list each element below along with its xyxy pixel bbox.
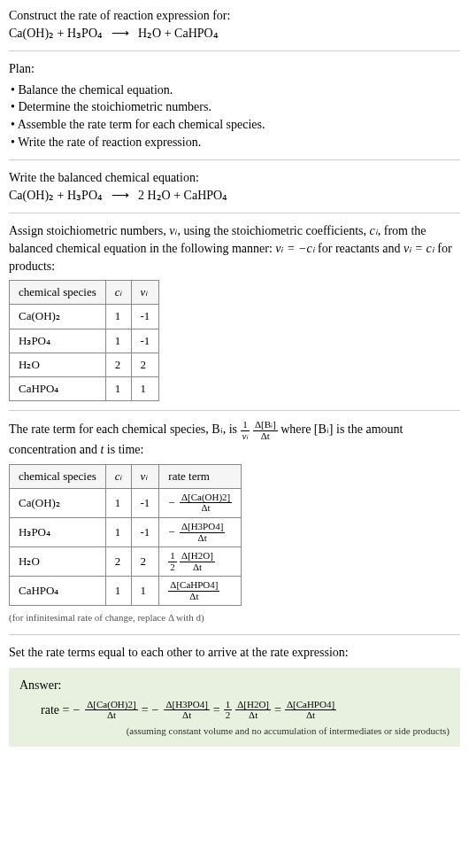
table-header-row: chemical species cᵢ νᵢ rate term (10, 464, 242, 488)
divider (9, 213, 460, 213)
fraction: 1νᵢ (241, 420, 250, 441)
cell-rate: − Δ[Ca(OH)2]Δt (159, 488, 242, 517)
fraction: Δ[CaHPO4]Δt (168, 580, 219, 601)
fraction: Δ[CaHPO4]Δt (285, 700, 336, 721)
plan-section: Plan: • Balance the chemical equation. •… (9, 60, 460, 151)
set-equal-text: Set the rate terms equal to each other t… (9, 644, 460, 662)
cell-nu: 1 (131, 577, 159, 606)
intro-section: Construct the rate of reaction expressio… (9, 7, 460, 42)
fraction-half: 12 (168, 551, 177, 572)
arrow-icon: ⟶ (111, 25, 129, 43)
fraction: Δ[Bᵢ]Δt (253, 420, 278, 441)
text-part: , using the stoichiometric coefficients, (177, 224, 369, 237)
stoich-section: Assign stoichiometric numbers, νᵢ, using… (9, 222, 460, 401)
frac-num: 1 (168, 551, 177, 562)
cell-c: 1 (105, 305, 131, 329)
plan-list: • Balance the chemical equation. • Deter… (9, 81, 460, 151)
frac-num: Δ[H3PO4] (180, 522, 225, 533)
nu-header: νᵢ (141, 469, 148, 483)
divider (9, 634, 460, 635)
cell-c: 1 (105, 518, 131, 547)
frac-num: Δ[H2O] (180, 551, 215, 562)
minus-sign: − (168, 524, 174, 540)
cell-species: CaHPO₄ (10, 376, 106, 400)
cell-species: H₂O (10, 547, 106, 577)
answer-label: Answer: (19, 677, 450, 694)
cell-species: H₂O (10, 353, 106, 376)
col-header: chemical species (10, 464, 106, 488)
infinitesimal-note: (for infinitesimal rate of change, repla… (9, 611, 460, 624)
frac-num: Δ[Bᵢ] (253, 420, 278, 431)
balanced-section: Write the balanced chemical equation: Ca… (9, 169, 460, 204)
col-header: cᵢ (105, 464, 131, 488)
balanced-heading: Write the balanced chemical equation: (9, 169, 460, 187)
frac-den: Δt (85, 710, 137, 721)
text-part: The rate term for each chemical species,… (9, 422, 241, 436)
frac-den: Δt (180, 503, 232, 514)
cell-rate: 12 Δ[H2O]Δt (159, 547, 242, 577)
intro-equation: Ca(OH)₂ + H₃PO₄ ⟶ H₂O + CaHPO₄ (9, 25, 460, 43)
table-row: H₃PO₄1-1 (10, 329, 159, 353)
equals-sign: = (142, 701, 149, 719)
cell-nu: -1 (131, 305, 159, 329)
balanced-rhs: 2 H₂O + CaHPO₄ (138, 187, 227, 205)
cell-c: 1 (105, 488, 131, 517)
cell-nu: -1 (131, 488, 159, 517)
intro-rhs: H₂O + CaHPO₄ (138, 25, 219, 43)
plan-item: • Balance the chemical equation. (11, 81, 460, 99)
cell-c: 1 (105, 329, 131, 353)
frac-den: Δt (180, 533, 225, 544)
cell-species: Ca(OH)₂ (10, 305, 106, 329)
answer-assumption: (assuming constant volume and no accumul… (19, 725, 450, 738)
table-row: Ca(OH)₂ 1 -1 − Δ[Ca(OH)2]Δt (10, 488, 242, 517)
col-header: rate term (159, 464, 242, 488)
rate-term-section: The rate term for each chemical species,… (9, 420, 460, 625)
frac-den: Δt (168, 592, 219, 602)
fraction: Δ[H3PO4]Δt (180, 522, 225, 543)
plan-item: • Assemble the rate term for each chemic… (11, 116, 460, 134)
text-part: for reactants and (315, 242, 404, 255)
frac-den: Δt (164, 710, 209, 721)
cell-nu: 2 (131, 547, 159, 577)
plan-item: • Determine the stoichiometric numbers. (11, 98, 460, 116)
table-row: Ca(OH)₂1-1 (10, 305, 159, 329)
table-row: H₂O 2 2 12 Δ[H2O]Δt (10, 547, 242, 577)
frac-den: νᵢ (241, 431, 250, 442)
col-header: chemical species (10, 281, 106, 305)
table-header-row: chemical species cᵢ νᵢ (10, 281, 159, 305)
fraction: Δ[Ca(OH)2]Δt (85, 700, 137, 721)
minus-sign: − (168, 495, 174, 511)
answer-equation: rate = − Δ[Ca(OH)2]Δt = − Δ[H3PO4]Δt = 1… (41, 700, 450, 721)
cell-species: Ca(OH)₂ (10, 488, 106, 517)
cell-rate: Δ[CaHPO4]Δt (159, 577, 242, 606)
stoich-text: Assign stoichiometric numbers, νᵢ, using… (9, 222, 460, 275)
cell-species: CaHPO₄ (10, 577, 106, 606)
cell-nu: -1 (131, 329, 159, 353)
arrow-icon: ⟶ (111, 187, 129, 205)
cell-c: 1 (105, 376, 131, 400)
table-row: H₂O22 (10, 353, 159, 376)
frac-den: Δt (180, 562, 215, 573)
frac-num: 1 (241, 420, 250, 431)
cell-nu: 1 (131, 376, 159, 400)
divider (9, 410, 460, 411)
text-part: is time: (104, 443, 143, 456)
answer-box: Answer: rate = − Δ[Ca(OH)2]Δt = − Δ[H3PO… (9, 668, 460, 747)
intro-lhs: Ca(OH)₂ + H₃PO₄ (9, 25, 103, 43)
frac-den: Δt (253, 431, 278, 442)
balanced-lhs: Ca(OH)₂ + H₃PO₄ (9, 187, 103, 205)
rate-term-table: chemical species cᵢ νᵢ rate term Ca(OH)₂… (9, 464, 242, 607)
fraction-half: 12 (224, 700, 233, 721)
cell-c: 2 (105, 353, 131, 376)
cell-species: H₃PO₄ (10, 329, 106, 353)
divider (9, 159, 460, 160)
cell-c: 2 (105, 547, 131, 577)
c-header: cᵢ (115, 285, 122, 298)
equals-sign: = (274, 701, 281, 719)
fraction: Δ[Ca(OH)2]Δt (180, 492, 232, 514)
frac-den: Δt (235, 710, 271, 721)
table-row: CaHPO₄ 1 1 Δ[CaHPO4]Δt (10, 577, 242, 606)
eq-part: νᵢ = cᵢ (404, 242, 434, 255)
text-part: Assign stoichiometric numbers, (9, 224, 169, 237)
frac-den: 2 (168, 562, 177, 573)
